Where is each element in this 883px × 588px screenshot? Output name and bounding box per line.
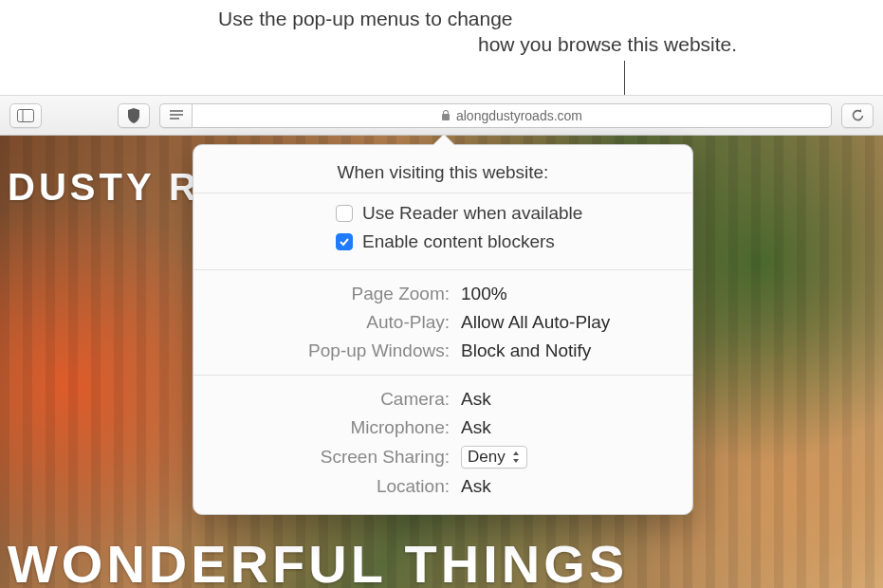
popups-label: Pop-up Windows: [212,340,450,361]
page-zoom-label: Page Zoom: [212,284,450,304]
address-bar[interactable]: alongdustyroads.com [192,103,832,128]
lock-icon [441,110,451,121]
auto-play-label: Auto-Play: [212,312,450,333]
instruction-caption: Use the pop-up menus to change how you b… [0,6,883,58]
microphone-value[interactable]: Ask [461,417,673,438]
camera-value[interactable]: Ask [461,389,673,410]
camera-label: Camera: [212,389,450,410]
location-value[interactable]: Ask [461,476,673,497]
url-text: alongdustyroads.com [456,108,582,123]
reload-icon [851,108,865,122]
use-reader-label: Use Reader when available [362,203,582,224]
browser-toolbar: alongdustyroads.com [0,96,883,136]
content-blockers-row[interactable]: Enable content blockers [212,228,673,256]
website-settings-popover: When visiting this website: Use Reader w… [193,144,693,515]
content-blockers-checkbox[interactable] [336,233,353,250]
microphone-label: Microphone: [212,417,450,438]
popover-title: When visiting this website: [193,145,692,193]
reader-button[interactable] [159,103,192,128]
reader-icon [169,110,184,121]
page-overlay-text-top: DUSTY R [8,166,200,209]
checkmark-icon [339,236,350,248]
content-blockers-label: Enable content blockers [362,231,555,252]
popup-arrows-icon [511,450,521,464]
screen-sharing-menu[interactable]: Deny [461,446,673,469]
use-reader-checkbox[interactable] [336,205,353,222]
address-bar-group: alongdustyroads.com [159,103,832,128]
shield-icon [127,108,140,123]
auto-play-value[interactable]: Allow All Auto-Play [461,312,673,333]
page-overlay-text-bottom: WONDERFUL THINGS [8,533,628,588]
privacy-report-button[interactable] [118,103,150,128]
caption-line1: Use the pop-up menus to change [218,6,883,31]
popups-value[interactable]: Block and Notify [461,340,673,361]
sidebar-icon [17,109,34,122]
screen-sharing-value: Deny [468,448,506,467]
page-zoom-value[interactable]: 100% [461,284,673,304]
reload-button[interactable] [841,103,874,128]
location-label: Location: [212,476,450,497]
caption-line2: how you browse this website. [218,31,883,57]
sidebar-button[interactable] [9,103,42,128]
svg-rect-0 [18,109,34,121]
screen-sharing-label: Screen Sharing: [212,447,450,468]
screen-sharing-popup[interactable]: Deny [461,446,527,469]
use-reader-row[interactable]: Use Reader when available [212,199,673,228]
